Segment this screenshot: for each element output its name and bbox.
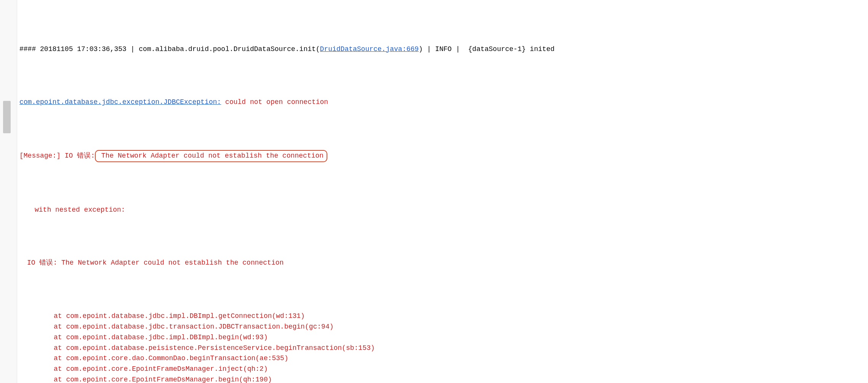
exception-class-link[interactable]: com.epoint.database.jdbc.exception.JDBCE… <box>19 98 221 106</box>
source-link[interactable]: DruidDataSource.java:669 <box>320 45 419 53</box>
log-level: INFO <box>435 45 452 53</box>
stack-frame: at com.epoint.database.peisistence.Persi… <box>19 343 554 354</box>
highlighted-error: The Network Adapter could not establish … <box>95 150 327 162</box>
stack-trace: at com.epoint.database.jdbc.impl.DBImpl.… <box>19 311 554 383</box>
log-header-line: #### 20181105 17:03:36,353 | com.alibaba… <box>19 44 554 55</box>
stack-frame-text: at com.epoint.database.jdbc.impl.DBImpl.… <box>54 334 268 341</box>
stack-frame-text: at com.epoint.core.dao.CommonDao.beginTr… <box>54 354 288 362</box>
log-viewport: #### 20181105 17:03:36,353 | com.alibaba… <box>0 0 868 383</box>
log-output[interactable]: #### 20181105 17:03:36,353 | com.alibaba… <box>17 0 557 383</box>
exception-class-msg: could not open connection <box>221 98 328 106</box>
stack-frame: at com.epoint.database.jdbc.transaction.… <box>19 322 554 332</box>
io-error-line: IO 错误: The Network Adapter could not est… <box>19 258 554 268</box>
stack-frame: at com.epoint.core.EpointFrameDsManager.… <box>19 364 554 375</box>
stack-frame-text: at com.epoint.database.jdbc.impl.DBImpl.… <box>54 312 305 320</box>
editor-gutter <box>0 0 17 383</box>
stack-frame: at com.epoint.database.jdbc.impl.DBImpl.… <box>19 311 554 322</box>
stack-frame-text: at com.epoint.core.EpointFrameDsManager.… <box>54 365 268 373</box>
stack-frame-text: at com.epoint.database.jdbc.transaction.… <box>54 323 334 330</box>
log-prefix: #### <box>19 45 36 53</box>
log-class: com.alibaba.druid.pool.DruidDataSource.i… <box>139 45 320 53</box>
exception-class-line: com.epoint.database.jdbc.exception.JDBCE… <box>19 97 554 108</box>
gutter-selection-mark <box>3 101 11 133</box>
stack-frame: at com.epoint.core.dao.CommonDao.beginTr… <box>19 353 554 364</box>
stack-frame: at com.epoint.core.EpointFrameDsManager.… <box>19 375 554 383</box>
stack-frame-text: at com.epoint.database.peisistence.Persi… <box>54 344 375 352</box>
stack-frame: at com.epoint.database.jdbc.impl.DBImpl.… <box>19 332 554 343</box>
exception-message-line: [Message:] IO 错误: The Network Adapter co… <box>19 150 554 162</box>
stack-frame-text: at com.epoint.core.EpointFrameDsManager.… <box>54 376 272 383</box>
log-timestamp: 20181105 17:03:36,353 <box>40 45 127 53</box>
message-prefix: [Message:] IO 错误: <box>19 152 95 160</box>
nested-exception-label: with nested exception: <box>19 205 554 215</box>
log-message: {dataSource-1} inited <box>468 45 555 53</box>
